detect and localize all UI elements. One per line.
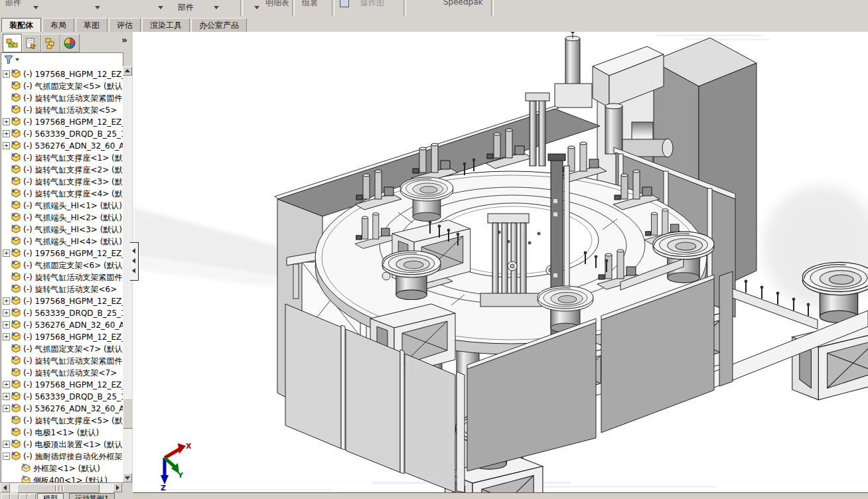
tree-item[interactable]: (-) 旋转气缸支撑座<4> (默	[1, 187, 123, 199]
tree-expand-box[interactable]: +	[3, 142, 10, 149]
tree-item[interactable]: (-) 气抓端头_HI<1> (默认)	[1, 199, 123, 211]
ribbon-tab-2[interactable]: 草图	[76, 18, 108, 32]
tree-item[interactable]: +(-) 563339_DRQD_B_25_1	[1, 127, 123, 139]
tree-expand-box[interactable]: +	[3, 333, 10, 340]
tree-item[interactable]: +(-) 536276_ADN_32_60_A	[1, 402, 123, 414]
tree-item[interactable]: +(-) 536276_ADN_32_60_A	[1, 319, 123, 330]
tab-motion-study[interactable]: 运动算例1	[69, 493, 115, 499]
tree-item[interactable]: +(-) 197568_HGPM_12_EZ_	[1, 247, 123, 259]
dropdown-caret-icon[interactable]	[33, 6, 38, 9]
prev-tab-button[interactable]	[10, 494, 19, 499]
tree-item-label: (-) 旋转气缸活动支架<7>	[23, 367, 117, 379]
propertymanager-tab[interactable]	[22, 34, 41, 52]
tree-item[interactable]: +(-) 电极顶出装置<1> (默认	[1, 438, 123, 450]
ribbon-tab-4[interactable]: 渲染工具	[142, 18, 190, 32]
tree-item[interactable]: (-) 旋转气缸活动支架<6>	[1, 283, 123, 295]
tree-expand-box[interactable]: +	[3, 297, 10, 305]
tree-item[interactable]: (-) 旋转气缸支撑座<2> (默	[1, 163, 123, 175]
tree-expand-box[interactable]: +	[3, 393, 10, 400]
toolbar-fragment[interactable]: 明细表	[265, 0, 289, 9]
tree-item-label: (-) 气抓端头_HI<2> (默认)	[23, 212, 122, 224]
tree-expand-box[interactable]: +	[3, 70, 10, 78]
scroll-down-button[interactable]	[123, 473, 132, 482]
tree-item[interactable]: (-) 旋转气缸活动支架<5>	[1, 104, 123, 115]
tree-item[interactable]: (-) 电极1<1> (默认)	[1, 426, 123, 438]
toolbar-fragment[interactable]: 组装	[302, 0, 318, 9]
next-tab-button[interactable]	[19, 494, 27, 499]
featuremanager-design-tree-tab[interactable]	[3, 34, 22, 52]
tree-item[interactable]: (-) 旋转气缸活动支架紧固件	[1, 92, 123, 104]
tree-item[interactable]: +(-) 197568_HGPM_12_EZ_	[1, 330, 123, 342]
tree-item[interactable]: +(-) 197568_HGPM_12_EZ_	[1, 115, 123, 127]
tree-item[interactable]: (-) 气抓端头_HI<3> (默认)	[1, 223, 123, 235]
tree-item[interactable]: +(-) 197568_HGPM_12_EZ_	[1, 295, 123, 307]
tree-expand-box[interactable]: +	[3, 309, 10, 317]
dropdown-caret-icon[interactable]	[158, 6, 163, 9]
filter-caret-icon[interactable]	[15, 58, 19, 61]
tree-scrollbar-thumb[interactable]	[123, 398, 133, 429]
tab-model[interactable]: 模型	[37, 493, 64, 499]
ribbon-tab-3[interactable]: 评估	[109, 18, 141, 32]
panel-overflow-chevron[interactable]: »	[121, 35, 127, 45]
tree-item-label: (-) 旋转气缸活动支架紧固件	[23, 271, 123, 283]
tree-item[interactable]: +(-) 536276_ADN_32_60_A	[1, 139, 123, 151]
dropdown-caret-icon[interactable]	[254, 6, 259, 9]
tree-item-label: (-) 197568_HGPM_12_EZ_	[23, 68, 123, 80]
tree-item[interactable]: 侧板400<1> (默认)	[1, 474, 123, 483]
tree-expand-box[interactable]: +	[3, 441, 10, 448]
tree-item[interactable]: −(-) 施耐德焊接自动化外框架	[1, 450, 123, 462]
tree-expand-box[interactable]: +	[3, 250, 10, 257]
tree-item-label: (-) 563339_DRQD_B_25_1	[23, 391, 123, 403]
tree-item[interactable]: (-) 旋转气缸支撑座<3> (默	[1, 175, 123, 187]
scroll-right-button[interactable]	[113, 483, 122, 492]
tree-item-label: (-) 旋转气缸活动支架<6>	[23, 283, 117, 295]
tree-item[interactable]: (-) 旋转气缸支撑座<5> (默	[1, 414, 123, 426]
tree-expand-box[interactable]: +	[3, 381, 10, 388]
tree-item[interactable]: +(-) 563339_DRQD_B_25_1	[1, 307, 123, 319]
displaymanager-tab[interactable]	[60, 34, 80, 52]
tree-item[interactable]: (-) 旋转气缸支撑座<1> (默	[1, 151, 123, 163]
tree-item[interactable]: (-) 旋转气缸活动支架<7>	[1, 366, 123, 378]
dropdown-caret-icon[interactable]	[214, 6, 219, 9]
tree-item[interactable]: (-) 气抓固定支架<6> (默认	[1, 259, 123, 271]
tree-item[interactable]: (-) 气抓端头_HI<4> (默认)	[1, 235, 123, 247]
scroll-left-button[interactable]	[1, 483, 10, 492]
dropdown-caret-icon[interactable]	[95, 6, 100, 9]
tree-item[interactable]: +(-) 563339_DRQD_B_25_1	[1, 390, 123, 402]
tree-expand-box[interactable]: +	[3, 405, 10, 412]
tree-expand-box[interactable]: −	[3, 453, 10, 460]
tree-hscrollbar-thumb[interactable]	[17, 484, 100, 493]
insert-component-button[interactable]: 部件	[178, 2, 194, 13]
tree-item-label: (-) 旋转气缸活动支架<5>	[23, 104, 117, 116]
ribbon-tab-0[interactable]: 装配体	[1, 18, 41, 33]
scroll-up-button[interactable]	[123, 66, 132, 76]
speedpak-button[interactable]: Speedpak	[443, 0, 483, 7]
tree-expand-box[interactable]: +	[3, 118, 10, 125]
assembly-3d-scene	[133, 32, 868, 492]
tree-item-label: (-) 197568_HGPM_12_EZ_	[23, 248, 123, 259]
panel-collapse-handle[interactable]	[130, 242, 139, 281]
tree-item[interactable]: (-) 气抓端头_HI<2> (默认)	[1, 211, 123, 223]
tree-expand-box[interactable]: +	[3, 130, 10, 137]
toolbar-fragment[interactable]: 部件	[5, 0, 21, 9]
tree-item[interactable]: (-) 气抓固定支架<7> (默认	[1, 342, 123, 354]
featuremanager-panel: » +(-) 197568_HGPM_12_EZ_(-) 气抓固定支架<5> (…	[0, 32, 133, 492]
tree-item[interactable]: 外框架<1> (默认)	[1, 462, 123, 474]
ribbon-tab-1[interactable]: 布局	[42, 18, 74, 32]
tree-item[interactable]: (-) 气抓固定支架<5> (默认	[1, 80, 123, 92]
tree-filter-bar[interactable]	[1, 52, 123, 68]
tree-item[interactable]: +(-) 197568_HGPM_12_EZ_	[1, 68, 123, 80]
configurationmanager-tab[interactable]	[41, 34, 60, 52]
tree-item-label: (-) 电极1<1> (默认)	[23, 427, 99, 439]
tree-item[interactable]: (-) 旋转气缸活动支架紧固件	[1, 271, 123, 283]
tree-expand-box[interactable]: +	[3, 321, 10, 328]
tree-item-label: (-) 旋转气缸活动支架紧固件	[23, 92, 123, 104]
graphics-viewport[interactable]: X Y Z	[133, 32, 868, 492]
tree-item[interactable]: +(-) 197568_HGPM_12_EZ_	[1, 378, 123, 390]
toolbar-icon[interactable]	[340, 0, 349, 7]
last-tab-button[interactable]	[27, 494, 36, 499]
first-tab-button[interactable]	[1, 494, 10, 499]
toolbar-separator	[491, 0, 494, 16]
ribbon-tab-5[interactable]: 办公室产品	[191, 18, 247, 32]
tree-item[interactable]: (-) 旋转气缸活动支架紧固件	[1, 354, 123, 366]
